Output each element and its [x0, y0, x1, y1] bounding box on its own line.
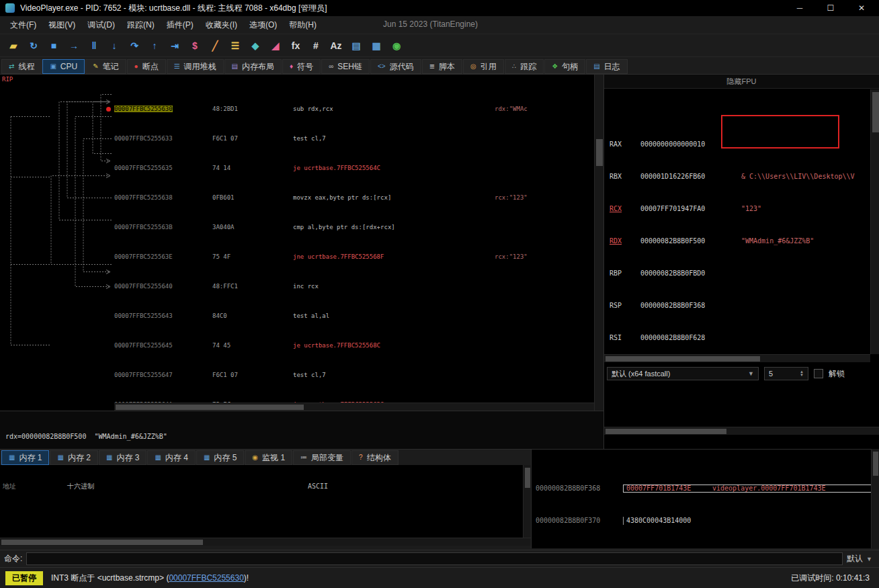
unlock-checkbox[interactable] — [814, 369, 823, 378]
stack-vertical-scrollbar[interactable] — [871, 449, 879, 548]
compare-icon[interactable]: ◆ — [247, 38, 263, 54]
disasm-row[interactable]: 00007FFBC5255633 F6C1 07 test cl,7 — [0, 135, 594, 142]
memory-dump-pane[interactable]: 地址 十六进制 ASCII 00007FFC75310000 CC CC CC … — [0, 465, 531, 538]
maximize-button[interactable]: ☐ — [825, 3, 836, 13]
disasm-row[interactable]: 00007FFBC5255645 74 45 je ucrtbase.7FFBC… — [0, 342, 594, 349]
graph-icon[interactable]: ◢ — [267, 38, 284, 54]
trace-dollar-icon[interactable]: $ — [187, 38, 203, 54]
tab-seh[interactable]: ∞SEH链 — [321, 59, 370, 74]
tab-memory-map[interactable]: ▤内存布局 — [224, 59, 282, 74]
command-input[interactable] — [26, 552, 843, 565]
tab-script[interactable]: ≣脚本 — [422, 59, 462, 74]
assemble-pencil-icon[interactable]: ╱ — [207, 38, 223, 54]
script-doc-icon[interactable]: ▤ — [348, 38, 364, 54]
disasm-horizontal-scrollbar[interactable] — [114, 403, 594, 411]
step-into-icon[interactable]: ↓ — [106, 38, 122, 54]
menu-trace[interactable]: 跟踪(N) — [121, 17, 161, 33]
disasm-row[interactable]: 00007FFBC5255647 F6C1 07 test cl,7 — [0, 372, 594, 379]
patches-icon[interactable]: ☰ — [227, 38, 243, 54]
menu-view[interactable]: 视图(V) — [42, 17, 81, 33]
restart-icon[interactable]: ↻ — [26, 38, 42, 54]
menu-help[interactable]: 帮助(H) — [283, 17, 323, 33]
tab-dump-3[interactable]: ▦内存 3 — [99, 450, 146, 465]
argument-row[interactable]: 1: rcx 00007FF701947FA0 videoplayer.0000… — [610, 416, 865, 424]
menu-options[interactable]: 选项(O) — [243, 17, 283, 33]
tab-source[interactable]: <>源代码 — [370, 59, 421, 74]
register-row[interactable]: RAX 0000000000000010 — [610, 140, 870, 149]
fx-icon[interactable]: fx — [288, 38, 304, 54]
hash-icon[interactable]: # — [308, 38, 324, 54]
tab-log[interactable]: ▤日志 — [586, 59, 627, 74]
registers-horizontal-scrollbar[interactable] — [604, 354, 870, 362]
breakpoint-gutter[interactable] — [0, 165, 114, 172]
memory-vertical-scrollbar[interactable] — [523, 465, 531, 538]
memory-horizontal-scrollbar[interactable] — [0, 538, 531, 546]
disasm-row[interactable]: 00007FFBC525563E 75 4F jne ucrtbase.7FFB… — [0, 253, 594, 261]
breakpoint-gutter[interactable] — [0, 312, 114, 320]
tab-dump-5[interactable]: ▦内存 5 — [196, 450, 244, 465]
breakpoint-gutter[interactable] — [0, 135, 114, 142]
breakpoint-gutter[interactable] — [0, 224, 114, 231]
menu-debug[interactable]: 调试(D) — [81, 17, 121, 33]
step-out-icon[interactable]: ↑ — [146, 38, 163, 54]
arguments-view[interactable]: 1: rcx 00007FF701947FA0 videoplayer.0000… — [604, 384, 870, 424]
breakpoint-gutter[interactable] — [0, 283, 114, 290]
tab-dump-1[interactable]: ▦内存 1 — [1, 450, 49, 465]
disassembly-view[interactable]: 00007FFBC5255630 48:2BD1 sub rdx,rcx rdx… — [0, 76, 594, 403]
argument-count-stepper[interactable]: 5 ▲▼ — [764, 367, 808, 380]
tab-callstack[interactable]: ☰调用堆栈 — [167, 59, 224, 74]
arguments-horizontal-scrollbar[interactable] — [604, 427, 879, 435]
globe-icon[interactable]: ◉ — [388, 38, 405, 54]
disasm-row[interactable]: 00007FFBC5255640 48:FFC1 inc rcx — [0, 283, 594, 290]
minimize-button[interactable]: ─ — [794, 3, 805, 13]
register-row[interactable]: RSI 00000082B8B0F628 — [610, 334, 870, 342]
breakpoint-gutter[interactable] — [0, 194, 114, 202]
register-row[interactable]: RBP 00000082B8B0FBD0 — [610, 269, 870, 278]
disasm-row[interactable]: 00007FFBC5255635 74 14 je ucrtbase.7FFBC… — [0, 165, 594, 172]
breakpoint-address-link[interactable]: 00007FFBC5255630 — [169, 573, 243, 583]
close-button[interactable]: ✕ — [856, 3, 867, 13]
tab-locals[interactable]: ≔局部变量 — [293, 450, 351, 465]
stack-row[interactable]: 00000082B8B0F370 4380C00043B14000 — [532, 517, 879, 525]
tab-handles[interactable]: ❖句柄 — [544, 59, 585, 74]
step-over-icon[interactable]: ↷ — [126, 38, 142, 54]
tab-breakpoints[interactable]: ●断点 — [127, 59, 166, 74]
stepper-arrows-icon[interactable]: ▲▼ — [800, 370, 804, 377]
disasm-row[interactable]: 00007FFBC5255638 0FB601 movzx eax,byte p… — [0, 194, 594, 202]
disasm-row[interactable]: 00007FFBC5255643 84C0 test al,al — [0, 312, 594, 320]
stack-row[interactable]: 00000082B8B0F368 00007FF701B1743E videop… — [532, 485, 879, 493]
registers-vertical-scrollbar[interactable] — [870, 89, 879, 354]
menu-plugins[interactable]: 插件(P) — [161, 17, 200, 33]
stack-pane[interactable]: 00000082B8B0F368 00007FF701B1743E videop… — [531, 449, 879, 548]
tab-trace[interactable]: ∴跟踪 — [505, 59, 544, 74]
menu-file[interactable]: 文件(F) — [4, 17, 42, 33]
tab-cpu[interactable]: ▣CPU — [42, 59, 85, 74]
register-row[interactable]: RCX 00007FF701947FA0 "123" — [610, 205, 870, 213]
menu-favourites[interactable]: 收藏夹(I) — [200, 17, 243, 33]
register-row[interactable]: RSP 00000082B8B0F368 — [610, 302, 870, 310]
run-to-selection-icon[interactable]: ⇥ — [167, 38, 183, 54]
tab-dump-2[interactable]: ▦内存 2 — [50, 450, 97, 465]
stop-icon[interactable]: ■ — [46, 38, 62, 54]
breakpoint-gutter[interactable] — [0, 106, 114, 113]
disasm-row[interactable]: 00007FFBC5255630 48:2BD1 sub rdx,rcx rdx… — [0, 106, 594, 113]
pause-icon[interactable]: ‖ — [86, 38, 102, 54]
register-row[interactable]: RDX 00000082B8B0F500 "WMAdmin_#6&JZZ%B" — [610, 237, 870, 245]
calling-convention-select[interactable]: 默认 (x64 fastcall) ▼ — [607, 367, 759, 380]
register-row[interactable]: RBX 000001D16226FB60 & C:\\Users\\LIV\\D… — [610, 173, 870, 181]
memory-chip-icon[interactable]: ▦ — [368, 38, 384, 54]
tab-dump-4[interactable]: ▦内存 4 — [147, 450, 195, 465]
tab-references[interactable]: ◎引用 — [463, 59, 504, 74]
tab-threads[interactable]: ⇄线程 — [1, 59, 42, 74]
breakpoint-gutter[interactable] — [0, 253, 114, 261]
breakpoint-gutter[interactable] — [0, 401, 114, 403]
registers-view[interactable]: RAX 0000000000000010 RBX 000001D16226FB6… — [604, 89, 870, 353]
tab-notes[interactable]: ✎笔记 — [85, 59, 126, 74]
az-icon[interactable]: Az — [328, 38, 344, 54]
open-file-icon[interactable]: ▰ — [5, 38, 22, 54]
tab-watch-1[interactable]: ◉监视 1 — [245, 450, 292, 465]
breakpoint-gutter[interactable] — [0, 372, 114, 379]
run-icon[interactable]: → — [66, 38, 82, 54]
disasm-row[interactable]: 00007FFBC525563B 3A040A cmp al,byte ptr … — [0, 224, 594, 231]
command-mode-select[interactable]: 默认 ▼ — [847, 553, 875, 564]
